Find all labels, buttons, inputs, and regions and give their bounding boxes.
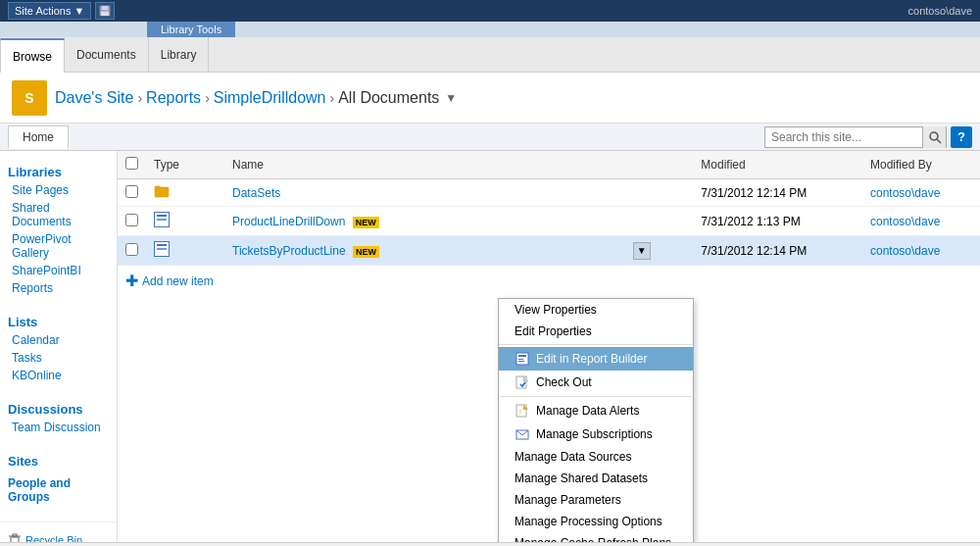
context-manage-shared-datasets[interactable]: Manage Shared Datasets: [499, 468, 693, 489]
page-header: S Dave's Site › Reports › SimpleDrilldow…: [0, 73, 980, 124]
col-header-spacer2: [830, 151, 862, 179]
row-dropdown-3[interactable]: ▼: [625, 236, 693, 266]
svg-text:S: S: [24, 90, 33, 106]
top-bar: Site Actions ▼ contoso\dave: [0, 0, 980, 22]
breadcrumb-drilldown[interactable]: SimpleDrilldown: [214, 89, 326, 107]
search-icon: [928, 130, 942, 144]
sidebar-lists-title: Lists: [0, 309, 117, 331]
context-menu: View Properties Edit Properties Edit in …: [498, 298, 694, 542]
site-actions-button[interactable]: Site Actions ▼: [8, 2, 91, 20]
modby-link-2[interactable]: contoso\dave: [870, 215, 940, 228]
table-header-row: Type Name Modified Modified By: [118, 151, 980, 179]
svg-rect-9: [13, 534, 17, 536]
row-modby-1: contoso\dave: [862, 179, 980, 207]
recycle-icon: [8, 533, 22, 542]
row-check-2: [118, 207, 146, 236]
ribbon-wrapper: Library Tools Browse Browse Documents Li…: [0, 22, 980, 73]
new-badge-3: NEW: [353, 246, 379, 258]
recycle-bin-link[interactable]: Recycle Bin: [0, 530, 117, 542]
context-edit-properties-label: Edit Properties: [514, 324, 592, 338]
tab-browse-active[interactable]: Browse: [0, 38, 65, 73]
col-header-type: Type: [146, 151, 224, 179]
folder-icon: [154, 184, 170, 198]
sidebar-item-sharepointbi[interactable]: SharePointBI: [0, 262, 117, 279]
search-box: [764, 126, 947, 148]
context-manage-cache[interactable]: Manage Cache Refresh Plans: [499, 532, 693, 542]
tab-library[interactable]: Library: [149, 37, 210, 72]
search-button[interactable]: [922, 126, 946, 148]
top-bar-left: Site Actions ▼: [8, 2, 115, 20]
report-icon-2: [154, 212, 170, 227]
report-icon-3: [154, 241, 170, 257]
context-view-properties[interactable]: View Properties: [499, 299, 693, 321]
breadcrumb-dropdown-arrow[interactable]: ▼: [445, 91, 457, 105]
sidebar-item-team-discussion[interactable]: Team Discussion: [0, 419, 117, 436]
context-manage-processing[interactable]: Manage Processing Options: [499, 511, 693, 532]
select-all-checkbox[interactable]: [125, 157, 138, 170]
context-manage-alerts-label: Manage Data Alerts: [536, 404, 639, 418]
search-input[interactable]: [765, 128, 922, 146]
context-manage-parameters[interactable]: Manage Parameters: [499, 489, 693, 511]
site-actions-label: Site Actions: [15, 5, 71, 17]
svg-text:!: !: [519, 409, 521, 416]
ribbon-category-bar: Library Tools: [0, 22, 980, 37]
save-icon-button[interactable]: [95, 2, 115, 20]
breadcrumb-site[interactable]: Dave's Site: [55, 89, 133, 107]
new-badge-2: NEW: [353, 217, 379, 228]
checkout-icon: [514, 374, 530, 390]
context-edit-report-builder[interactable]: Edit in Report Builder: [499, 347, 693, 371]
context-check-out[interactable]: Check Out: [499, 371, 693, 394]
row-checkbox-3[interactable]: [125, 243, 138, 256]
col-header-check: [118, 151, 146, 179]
help-button[interactable]: ?: [951, 126, 972, 148]
svg-point-5: [930, 132, 938, 140]
breadcrumb-reports[interactable]: Reports: [146, 89, 201, 107]
svg-rect-7: [11, 537, 19, 542]
sidebar-item-kbonline[interactable]: KBOnline: [0, 367, 117, 384]
row-type-1: [146, 179, 224, 207]
alerts-icon: !: [514, 403, 530, 419]
row-spacer-3: [830, 236, 862, 266]
row-spacer-2: [830, 207, 862, 236]
row-checkbox-2[interactable]: [125, 214, 138, 226]
row-modified-2: 7/31/2012 1:13 PM: [693, 207, 830, 236]
sidebar-discussions-title: Discussions: [0, 396, 117, 419]
context-edit-rb-label: Edit in Report Builder: [536, 352, 647, 366]
row-name-3: TicketsByProductLine NEW: [224, 236, 625, 266]
context-view-properties-label: View Properties: [514, 303, 597, 317]
row-checkbox-1[interactable]: [125, 185, 138, 198]
sidebar-section-lists: Lists Calendar Tasks KBOnline: [0, 309, 117, 384]
add-new-icon: ✚: [125, 272, 138, 290]
modby-link-3[interactable]: contoso\dave: [870, 244, 940, 258]
doc-link-productline[interactable]: ProductLineDrillDown: [232, 215, 345, 228]
col-header-spacer: [625, 151, 693, 179]
doc-link-datasets[interactable]: DataSets: [232, 186, 280, 200]
table-row: TicketsByProductLine NEW ▼ 7/31/2012 12:…: [118, 236, 980, 266]
sidebar-item-tasks[interactable]: Tasks: [0, 349, 117, 367]
context-manage-subscriptions[interactable]: Manage Subscriptions: [499, 422, 693, 446]
breadcrumb: Dave's Site › Reports › SimpleDrilldown …: [55, 89, 457, 107]
sidebar-item-site-pages[interactable]: Site Pages: [0, 181, 117, 199]
context-manage-alerts[interactable]: ! Manage Data Alerts: [499, 399, 693, 422]
sidebar-item-shared-docs[interactable]: Shared Documents: [0, 199, 117, 230]
table-row: DataSets 7/31/2012 12:14 PM contoso\dave: [118, 179, 980, 207]
doc-link-tickets[interactable]: TicketsByProductLine: [232, 244, 346, 258]
sidebar-sites-title: Sites: [0, 448, 117, 471]
modby-link-1[interactable]: contoso\dave: [870, 186, 940, 200]
sidebar-libraries-title: Libraries: [0, 159, 117, 181]
context-edit-properties[interactable]: Edit Properties: [499, 321, 693, 342]
row-dropdown-button[interactable]: ▼: [633, 242, 651, 260]
context-manage-data-sources[interactable]: Manage Data Sources: [499, 446, 693, 468]
svg-line-6: [937, 139, 941, 143]
tab-documents[interactable]: Documents: [65, 37, 149, 72]
sidebar-item-powerpivot[interactable]: PowerPivot Gallery: [0, 230, 117, 262]
tab-home[interactable]: Home: [8, 125, 69, 149]
footer-bar: javascript:;: [0, 542, 980, 546]
sidebar-item-calendar[interactable]: Calendar: [0, 331, 117, 349]
col-header-modified-by: Modified By: [862, 151, 980, 179]
row-type-2: [146, 207, 224, 236]
sidebar-item-reports[interactable]: Reports: [0, 279, 117, 297]
col-header-modified: Modified: [693, 151, 830, 179]
add-new-item[interactable]: ✚ Add new item: [118, 266, 980, 296]
breadcrumb-sep-3: ›: [330, 90, 335, 106]
